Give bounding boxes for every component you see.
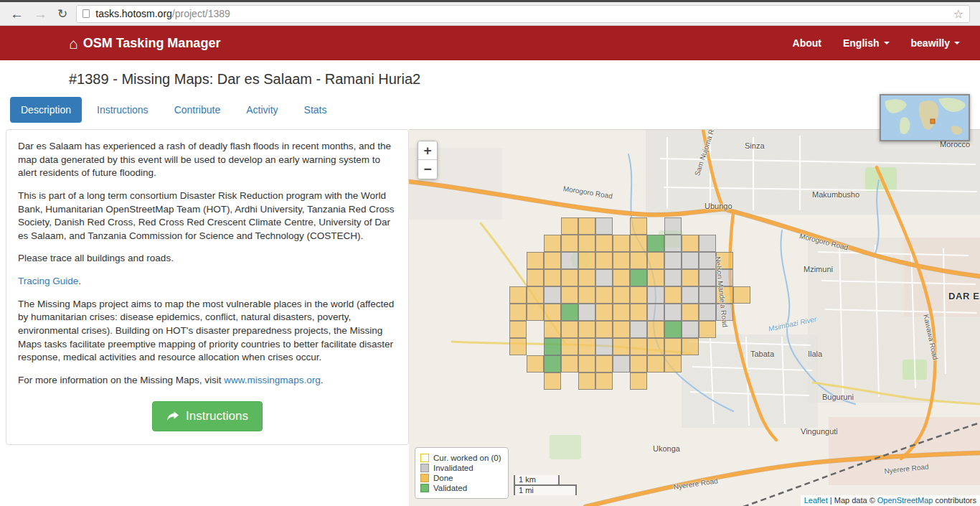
description-paragraph: Dar es Salaam has experienced a rash of … <box>18 140 397 180</box>
task-map[interactable]: SinzaMoroccoMakumbushoUbungoMzimuniDAR E… <box>409 129 980 506</box>
legend-items: Cur. worked on (0)InvalidatedDoneValidat… <box>420 454 501 492</box>
zoom-control: + − <box>418 141 438 179</box>
share-arrow-icon <box>166 411 179 422</box>
tab-bar: DescriptionInstructionsContributeActivit… <box>10 97 980 123</box>
current-swatch-icon <box>420 454 429 462</box>
tab-stats[interactable]: Stats <box>293 97 338 123</box>
missingmaps-link[interactable]: www.missingmaps.org <box>224 375 320 385</box>
nav-user-dropdown[interactable]: beawilly <box>911 37 960 49</box>
text-period: . <box>78 276 81 286</box>
nav-about-link[interactable]: About <box>793 37 821 49</box>
map-label-place: Buguruni <box>822 393 854 401</box>
map-label-water: Msimbazi River <box>768 315 817 333</box>
description-paragraph: Tracing Guide. <box>18 275 397 289</box>
legend-label: Validated <box>433 484 467 492</box>
legend-item-done: Done <box>420 474 501 482</box>
browser-toolbar: ← → ↻ tasks.hotosm.org /project/1389 ☆ <box>0 2 980 26</box>
button-row: Instructions <box>18 401 397 431</box>
forward-icon[interactable]: → <box>34 7 47 21</box>
map-label-road: Kawawa Road <box>922 314 939 360</box>
map-label-road: Sam Nujoma Rd <box>693 129 717 177</box>
brand-home-link[interactable]: ⌂ OSM Tasking Manager <box>69 36 220 51</box>
map-label-road: Morogoro Road <box>562 184 613 200</box>
application-window: ← → ↻ tasks.hotosm.org /project/1389 ☆ ⌂… <box>0 0 980 506</box>
map-label-place: Makumbusho <box>812 190 859 199</box>
map-attribution: Leaflet | Map data © OpenStreetMap contr… <box>801 495 980 506</box>
done-swatch-icon <box>420 474 429 482</box>
map-label-place: Ubungo <box>705 202 732 210</box>
legend-item-validated: Validated <box>420 484 501 492</box>
world-map-icon <box>881 95 969 140</box>
map-label-city: DAR ES <box>948 291 980 301</box>
instructions-button[interactable]: Instructions <box>152 401 263 431</box>
zoom-in-button[interactable]: + <box>418 141 437 160</box>
description-paragraph: For more information on the Missing Maps… <box>18 374 397 388</box>
map-label-road: Morogoro Road <box>798 232 849 251</box>
bookmark-star-icon[interactable]: ☆ <box>953 7 963 21</box>
leaflet-link[interactable]: Leaflet <box>804 496 828 505</box>
tab-instructions[interactable]: Instructions <box>86 97 159 123</box>
back-icon[interactable]: ← <box>10 7 24 21</box>
tab-description[interactable]: Description <box>10 97 82 123</box>
tab-activity[interactable]: Activity <box>235 97 288 123</box>
app-navbar: ⌂ OSM Tasking Manager About English beaw… <box>0 26 980 60</box>
legend-label: Done <box>433 474 453 482</box>
chevron-down-icon <box>884 42 890 44</box>
url-host: tasks.hotosm.org <box>95 8 172 19</box>
legend-item-invalidated: Invalidated <box>420 464 501 472</box>
map-label-place: Ilala <box>808 350 822 358</box>
more-info-text: For more information on the Missing Maps… <box>18 375 224 385</box>
legend: Cur. worked on (0)InvalidatedDoneValidat… <box>415 447 509 499</box>
refresh-icon[interactable]: ↻ <box>57 8 67 20</box>
map-label-place: Tabata <box>750 350 774 358</box>
openstreetmap-link[interactable]: OpenStreetMap <box>877 496 933 505</box>
text-period: . <box>321 375 324 385</box>
map-label-place: Sinza <box>745 141 765 150</box>
map-label-road: Nelson Mandela Road <box>714 256 729 328</box>
tab-contribute[interactable]: Contribute <box>164 97 232 123</box>
language-label: English <box>843 37 880 49</box>
legend-label: Invalidated <box>433 464 473 472</box>
url-path: /project/1389 <box>172 8 230 19</box>
description-paragraph: The Missing Maps project aims to map the… <box>18 298 397 365</box>
invalidated-swatch-icon <box>420 464 429 472</box>
scale-control: 1 km 1 mi <box>514 475 577 495</box>
tracing-guide-link[interactable]: Tracing Guide <box>18 276 78 286</box>
brand-title: OSM Tasking Manager <box>83 36 221 51</box>
instructions-button-label: Instructions <box>186 409 248 423</box>
map-label-place: Ukonga <box>653 444 680 453</box>
zoom-out-button[interactable]: − <box>418 160 437 179</box>
map-label-place: Mzimuni <box>804 265 833 273</box>
home-icon: ⌂ <box>69 36 78 51</box>
map-label-road: Nyerere Road <box>884 462 929 474</box>
navbar-menu: About English beawilly <box>793 37 960 49</box>
overview-minimap[interactable] <box>880 94 970 141</box>
legend-item-current: Cur. worked on (0) <box>420 454 501 462</box>
description-paragraph: This is part of a long term consortium D… <box>18 189 397 243</box>
chevron-down-icon <box>954 42 960 44</box>
legend-label: Cur. worked on (0) <box>433 454 501 462</box>
address-bar[interactable]: tasks.hotosm.org /project/1389 ☆ <box>76 5 970 23</box>
page-icon <box>83 9 90 18</box>
description-paragraph: Please trace all buildings and roads. <box>18 252 397 266</box>
attribution-text: contributors <box>933 496 976 505</box>
attribution-text: | Map data © <box>828 496 877 505</box>
description-panel: Dar es Salaam has experienced a rash of … <box>6 129 409 445</box>
username-label: beawilly <box>911 37 950 49</box>
map-label-place: Vingunguti <box>801 427 838 436</box>
page-title: #1389 - Missing Maps: Dar es Salaam - Ra… <box>69 71 980 88</box>
nav-language-dropdown[interactable]: English <box>843 37 890 49</box>
map-label-road: Nyerere Road <box>673 477 718 491</box>
scale-mi: 1 mi <box>514 484 577 495</box>
validated-swatch-icon <box>420 484 429 492</box>
